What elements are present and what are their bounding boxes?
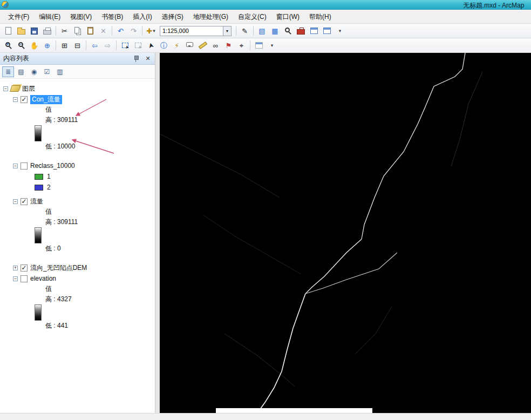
collapse-toggle-icon[interactable]: − (13, 199, 18, 204)
pan-button[interactable]: ✋ (28, 39, 40, 51)
legend-value-label: 值 (45, 284, 155, 294)
menu-insert[interactable]: 插入(I) (128, 10, 156, 24)
go-to-xy-button[interactable]: ⌖ (235, 39, 248, 51)
catalog-window-button[interactable]: ▦ (269, 25, 281, 37)
clear-selection-button[interactable] (132, 39, 144, 51)
menu-edit[interactable]: 编辑(E) (34, 10, 65, 24)
menu-windows[interactable]: 窗口(W) (271, 10, 304, 24)
find-button[interactable]: ∞ (209, 39, 222, 51)
menu-geoprocessing[interactable]: 地理处理(G) (188, 10, 233, 24)
layer-item-flow[interactable]: − ✓ 流量 (13, 196, 155, 207)
search-window-button[interactable] (282, 25, 294, 37)
open-button[interactable] (15, 25, 28, 37)
html-popup-button[interactable] (183, 39, 196, 51)
menu-customize[interactable]: 自定义(C) (233, 10, 271, 24)
list-by-source-button[interactable]: ▤ (15, 66, 27, 77)
fixed-zoom-in-button[interactable]: ⊞ (58, 39, 71, 51)
go-forward-extent-button[interactable]: ⇨ (101, 39, 114, 51)
toc-root-layers[interactable]: − 图层 (3, 83, 155, 94)
toc-options-button[interactable]: ▥ (54, 66, 66, 77)
new-document-button[interactable] (2, 25, 15, 37)
layer-checkbox[interactable]: ✓ (21, 265, 28, 272)
layer-item-reclass[interactable]: − Reclass_10000 (13, 160, 155, 171)
identify-button[interactable]: ⓘ (158, 39, 170, 51)
legend-con: 值 高 : 309111 低 : 10000 (35, 105, 155, 152)
legend-high-label: 高 : 309111 (45, 217, 155, 227)
clear-selection-icon (135, 43, 141, 48)
collapse-toggle-icon[interactable]: − (3, 86, 8, 91)
undo-button[interactable]: ↶ (114, 25, 127, 37)
redo-button[interactable]: ↷ (127, 25, 140, 37)
editor-toolbar-button[interactable]: ✎ (239, 25, 251, 37)
map-scale-combo: ▾ (160, 26, 232, 36)
layer-name-flow[interactable]: 流量 (30, 197, 43, 206)
zoom-in-button[interactable]: + (2, 39, 15, 51)
layer-name-reclass[interactable]: Reclass_10000 (30, 162, 75, 170)
legend-value-label: 值 (45, 105, 155, 115)
copy-button[interactable] (71, 25, 84, 37)
toc-header: 内容列表 ✕ (0, 53, 155, 65)
ruler-icon (198, 42, 207, 49)
cut-button[interactable]: ✂ (58, 25, 71, 37)
table-of-contents-button[interactable]: ▤ (256, 25, 268, 37)
layer-item-con[interactable]: − ✓ Con_流量 (13, 94, 155, 105)
toolbar-options-button[interactable]: ▾ (333, 25, 346, 37)
add-data-button[interactable]: ✚▾ (145, 25, 157, 37)
paste-button[interactable] (84, 25, 97, 37)
pin-icon[interactable] (132, 55, 140, 63)
modelbuilder-button[interactable] (321, 25, 333, 37)
fixed-zoom-out-button[interactable]: ⊟ (71, 39, 84, 51)
panel-splitter[interactable] (155, 53, 160, 413)
select-features-button[interactable] (119, 39, 131, 51)
color-ramp (35, 125, 42, 141)
expand-toggle-icon[interactable]: + (13, 266, 18, 270)
layer-name-elevation[interactable]: elevation (30, 275, 56, 282)
menu-bookmarks[interactable]: 书签(B) (97, 10, 128, 24)
map-scale-input[interactable] (160, 26, 223, 36)
layer-checkbox[interactable]: ✓ (21, 198, 28, 205)
layer-name-flowdir[interactable]: 流向_无凹陷点DEM (30, 263, 87, 273)
close-icon[interactable]: ✕ (144, 55, 152, 62)
measure-button[interactable] (196, 39, 209, 51)
collapse-toggle-icon[interactable]: − (13, 164, 18, 168)
find-route-button[interactable]: ⚑ (222, 39, 235, 51)
menu-view[interactable]: 视图(V) (65, 10, 97, 24)
python-window-button[interactable] (308, 25, 320, 37)
select-elements-button[interactable]: ➤ (145, 39, 157, 51)
save-button[interactable] (28, 25, 40, 37)
list-by-selection-button[interactable]: ☑ (41, 66, 53, 77)
status-bar (0, 413, 531, 420)
layer-group-label[interactable]: 图层 (22, 84, 35, 93)
map-scale-dropdown-button[interactable]: ▾ (223, 26, 232, 36)
layer-name-con[interactable]: Con_流量 (30, 95, 62, 104)
layer-item-elevation[interactable]: − elevation (13, 273, 155, 284)
toolbar-options-button[interactable]: ▾ (266, 39, 278, 51)
menu-help[interactable]: 帮助(H) (304, 10, 336, 24)
map-canvas[interactable] (160, 53, 531, 413)
full-extent-button[interactable]: ⊕ (41, 39, 53, 51)
list-by-drawing-order-button[interactable]: ≣ (2, 66, 14, 77)
layer-checkbox[interactable]: ✓ (21, 96, 28, 103)
collapse-toggle-icon[interactable]: − (13, 276, 18, 281)
hyperlink-button[interactable]: ⚡ (171, 39, 183, 51)
legend-low-label: 低 : 0 (45, 243, 155, 254)
layer-checkbox[interactable] (21, 275, 28, 282)
visibility-eye-icon: ◉ (31, 68, 37, 76)
delete-button[interactable]: ✕ (97, 25, 110, 37)
layer-checkbox[interactable] (21, 162, 28, 170)
print-button[interactable] (41, 25, 53, 37)
layers-icon (10, 85, 21, 92)
fixed-zoom-out-icon: ⊟ (74, 42, 80, 49)
zoom-out-icon: − (18, 42, 23, 47)
menu-file[interactable]: 文件(F) (3, 10, 34, 24)
collapse-toggle-icon[interactable]: − (13, 97, 18, 102)
paste-icon (87, 27, 93, 35)
tools-toolbar: + − ✋ ⊕ ⊞ ⊟ ⇦ ⇨ ➤ ⓘ ⚡ ∞ ⚑ ⌖ ▾ (0, 38, 531, 53)
arctoolbox-button[interactable] (295, 25, 307, 37)
list-by-visibility-button[interactable]: ◉ (28, 66, 40, 77)
menu-selection[interactable]: 选择(S) (157, 10, 188, 24)
viewer-window-button[interactable] (253, 39, 265, 51)
zoom-out-button[interactable]: − (15, 39, 28, 51)
layer-item-flowdir[interactable]: + ✓ 流向_无凹陷点DEM (13, 262, 155, 273)
go-back-extent-button[interactable]: ⇦ (88, 39, 101, 51)
